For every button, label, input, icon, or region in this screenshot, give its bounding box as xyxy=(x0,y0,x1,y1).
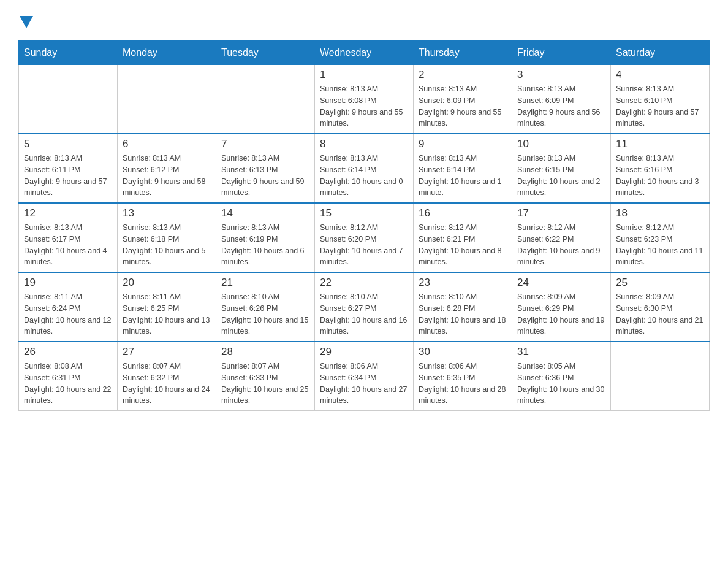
daylight-text: Daylight: 10 hours and 1 minute. xyxy=(419,176,507,199)
sunrise-text: Sunrise: 8:13 AM xyxy=(123,222,211,234)
daylight-text: Daylight: 10 hours and 9 minutes. xyxy=(517,245,605,269)
daylight-text: Daylight: 10 hours and 22 minutes. xyxy=(24,384,112,407)
daylight-text: Daylight: 9 hours and 57 minutes. xyxy=(616,107,704,130)
sunrise-text: Sunrise: 8:10 AM xyxy=(419,291,507,303)
day-number: 3 xyxy=(517,69,605,81)
calendar-cell: 21Sunrise: 8:10 AMSunset: 6:26 PMDayligh… xyxy=(216,272,315,342)
day-detail: Sunrise: 8:13 AMSunset: 6:18 PMDaylight:… xyxy=(123,222,211,268)
calendar-cell: 26Sunrise: 8:08 AMSunset: 6:31 PMDayligh… xyxy=(19,342,118,411)
sunrise-text: Sunrise: 8:08 AM xyxy=(24,361,112,372)
daylight-text: Daylight: 10 hours and 16 minutes. xyxy=(320,315,408,338)
sunrise-text: Sunrise: 8:13 AM xyxy=(616,83,704,95)
day-number: 10 xyxy=(517,138,605,150)
day-detail: Sunrise: 8:06 AMSunset: 6:34 PMDaylight:… xyxy=(320,361,408,407)
sunset-text: Sunset: 6:17 PM xyxy=(24,234,112,245)
calendar-cell: 8Sunrise: 8:13 AMSunset: 6:14 PMDaylight… xyxy=(315,134,414,203)
day-detail: Sunrise: 8:09 AMSunset: 6:29 PMDaylight:… xyxy=(517,291,605,337)
daylight-text: Daylight: 10 hours and 5 minutes. xyxy=(123,245,211,269)
day-detail: Sunrise: 8:07 AMSunset: 6:32 PMDaylight:… xyxy=(123,361,211,407)
daylight-text: Daylight: 10 hours and 30 minutes. xyxy=(517,384,605,407)
sunset-text: Sunset: 6:26 PM xyxy=(221,303,309,315)
sunset-text: Sunset: 6:24 PM xyxy=(24,303,112,315)
svg-marker-0 xyxy=(20,16,33,28)
sunset-text: Sunset: 6:15 PM xyxy=(517,164,605,176)
sunset-text: Sunset: 6:23 PM xyxy=(616,234,704,245)
sunset-text: Sunset: 6:08 PM xyxy=(320,95,408,107)
day-number: 15 xyxy=(320,207,408,220)
day-number: 19 xyxy=(24,277,112,289)
sunset-text: Sunset: 6:12 PM xyxy=(123,164,211,176)
calendar-cell: 25Sunrise: 8:09 AMSunset: 6:30 PMDayligh… xyxy=(611,272,710,342)
sunrise-text: Sunrise: 8:12 AM xyxy=(616,222,704,234)
day-detail: Sunrise: 8:13 AMSunset: 6:12 PMDaylight:… xyxy=(123,153,211,199)
sunrise-text: Sunrise: 8:12 AM xyxy=(320,222,408,234)
sunset-text: Sunset: 6:14 PM xyxy=(419,164,507,176)
day-number: 23 xyxy=(419,277,507,289)
sunrise-text: Sunrise: 8:09 AM xyxy=(517,291,605,303)
day-detail: Sunrise: 8:11 AMSunset: 6:25 PMDaylight:… xyxy=(123,291,211,337)
day-detail: Sunrise: 8:10 AMSunset: 6:28 PMDaylight:… xyxy=(419,291,507,337)
sunset-text: Sunset: 6:27 PM xyxy=(320,303,408,315)
day-detail: Sunrise: 8:13 AMSunset: 6:08 PMDaylight:… xyxy=(320,83,408,129)
day-detail: Sunrise: 8:12 AMSunset: 6:21 PMDaylight:… xyxy=(419,222,507,268)
sunrise-text: Sunrise: 8:13 AM xyxy=(24,222,112,234)
header-wednesday: Wednesday xyxy=(315,41,414,65)
sunset-text: Sunset: 6:31 PM xyxy=(24,372,112,384)
calendar-week-row: 5Sunrise: 8:13 AMSunset: 6:11 PMDaylight… xyxy=(19,134,710,203)
calendar-cell: 14Sunrise: 8:13 AMSunset: 6:19 PMDayligh… xyxy=(216,203,315,272)
day-detail: Sunrise: 8:13 AMSunset: 6:11 PMDaylight:… xyxy=(24,153,112,199)
day-number: 18 xyxy=(616,207,704,220)
sunset-text: Sunset: 6:09 PM xyxy=(517,95,605,107)
header-sunday: Sunday xyxy=(19,41,118,65)
day-detail: Sunrise: 8:05 AMSunset: 6:36 PMDaylight:… xyxy=(517,361,605,407)
sunrise-text: Sunrise: 8:11 AM xyxy=(24,291,112,303)
day-number: 31 xyxy=(517,346,605,358)
daylight-text: Daylight: 9 hours and 59 minutes. xyxy=(221,176,309,199)
day-detail: Sunrise: 8:13 AMSunset: 6:14 PMDaylight:… xyxy=(419,153,507,199)
daylight-text: Daylight: 10 hours and 0 minutes. xyxy=(320,176,408,199)
daylight-text: Daylight: 10 hours and 15 minutes. xyxy=(221,315,309,338)
sunset-text: Sunset: 6:36 PM xyxy=(517,372,605,384)
calendar-cell: 3Sunrise: 8:13 AMSunset: 6:09 PMDaylight… xyxy=(512,65,611,134)
day-number: 7 xyxy=(221,138,309,150)
day-detail: Sunrise: 8:13 AMSunset: 6:14 PMDaylight:… xyxy=(320,153,408,199)
calendar-cell: 29Sunrise: 8:06 AMSunset: 6:34 PMDayligh… xyxy=(315,342,414,411)
sunset-text: Sunset: 6:22 PM xyxy=(517,234,605,245)
day-detail: Sunrise: 8:09 AMSunset: 6:30 PMDaylight:… xyxy=(616,291,704,337)
day-detail: Sunrise: 8:08 AMSunset: 6:31 PMDaylight:… xyxy=(24,361,112,407)
header-thursday: Thursday xyxy=(414,41,512,65)
sunrise-text: Sunrise: 8:10 AM xyxy=(320,291,408,303)
calendar-week-row: 12Sunrise: 8:13 AMSunset: 6:17 PMDayligh… xyxy=(19,203,710,272)
calendar-cell: 13Sunrise: 8:13 AMSunset: 6:18 PMDayligh… xyxy=(118,203,216,272)
daylight-text: Daylight: 9 hours and 55 minutes. xyxy=(419,107,507,130)
sunrise-text: Sunrise: 8:12 AM xyxy=(517,222,605,234)
sunset-text: Sunset: 6:21 PM xyxy=(419,234,507,245)
sunrise-text: Sunrise: 8:13 AM xyxy=(517,83,605,95)
daylight-text: Daylight: 10 hours and 27 minutes. xyxy=(320,384,408,407)
day-detail: Sunrise: 8:06 AMSunset: 6:35 PMDaylight:… xyxy=(419,361,507,407)
sunset-text: Sunset: 6:13 PM xyxy=(221,164,309,176)
calendar-cell: 16Sunrise: 8:12 AMSunset: 6:21 PMDayligh… xyxy=(414,203,512,272)
sunrise-text: Sunrise: 8:12 AM xyxy=(419,222,507,234)
calendar-cell: 18Sunrise: 8:12 AMSunset: 6:23 PMDayligh… xyxy=(611,203,710,272)
daylight-text: Daylight: 10 hours and 18 minutes. xyxy=(419,315,507,338)
day-detail: Sunrise: 8:13 AMSunset: 6:09 PMDaylight:… xyxy=(419,83,507,129)
day-number: 11 xyxy=(616,138,704,150)
day-number: 1 xyxy=(320,69,408,81)
calendar-cell xyxy=(118,65,216,134)
sunset-text: Sunset: 6:32 PM xyxy=(123,372,211,384)
calendar-cell: 15Sunrise: 8:12 AMSunset: 6:20 PMDayligh… xyxy=(315,203,414,272)
sunrise-text: Sunrise: 8:06 AM xyxy=(419,361,507,372)
calendar-cell: 28Sunrise: 8:07 AMSunset: 6:33 PMDayligh… xyxy=(216,342,315,411)
day-detail: Sunrise: 8:12 AMSunset: 6:20 PMDaylight:… xyxy=(320,222,408,268)
sunrise-text: Sunrise: 8:11 AM xyxy=(123,291,211,303)
calendar-week-row: 1Sunrise: 8:13 AMSunset: 6:08 PMDaylight… xyxy=(19,65,710,134)
sunset-text: Sunset: 6:35 PM xyxy=(419,372,507,384)
daylight-text: Daylight: 10 hours and 21 minutes. xyxy=(616,315,704,338)
calendar-table: SundayMondayTuesdayWednesdayThursdayFrid… xyxy=(18,40,710,411)
calendar-week-row: 19Sunrise: 8:11 AMSunset: 6:24 PMDayligh… xyxy=(19,272,710,342)
day-number: 20 xyxy=(123,277,211,289)
daylight-text: Daylight: 10 hours and 2 minutes. xyxy=(517,176,605,199)
calendar-cell: 12Sunrise: 8:13 AMSunset: 6:17 PMDayligh… xyxy=(19,203,118,272)
sunrise-text: Sunrise: 8:13 AM xyxy=(221,222,309,234)
